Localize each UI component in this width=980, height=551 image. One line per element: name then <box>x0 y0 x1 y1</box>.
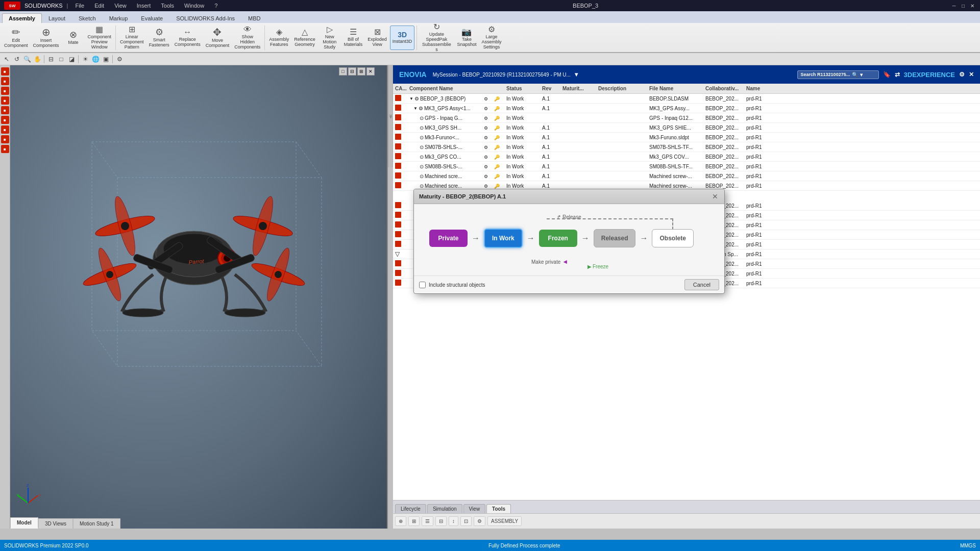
toolbar-light-icon[interactable]: ☀ <box>81 55 90 64</box>
smart-fasteners-button[interactable]: ⚙ SmartFasteners <box>147 26 172 50</box>
vp-icon-5[interactable]: ■ <box>1 106 9 114</box>
viewport-split-h-button[interactable]: ⊟ <box>348 67 356 76</box>
menu-file[interactable]: File <box>72 2 87 10</box>
tab-model[interactable]: Model <box>10 517 38 529</box>
list-row[interactable]: ⊙ Machined scre... ⚙ 🔑 In Work A.1 Machi… <box>393 171 980 181</box>
dexp-search-box[interactable]: Search R1132100275... 🔍 ▾ <box>797 70 879 79</box>
col-header-file[interactable]: File Name <box>647 85 703 92</box>
vp-icon-9[interactable]: ■ <box>1 145 9 153</box>
list-row[interactable]: ⊙ SM08B-SHLS-... ⚙ 🔑 In Work A.1 SM08B-S… <box>393 162 980 171</box>
state-released[interactable]: Released <box>594 229 636 247</box>
col-header-name2[interactable]: Name <box>744 85 780 92</box>
list-row[interactable]: ⊙ SM07B-SHLS-... ⚙ 🔑 In Work A.1 SM07B-S… <box>393 142 980 152</box>
tab-3dviews[interactable]: 3D Views <box>38 518 73 529</box>
toolbar-pointer-icon[interactable]: ↖ <box>2 55 11 64</box>
tab-assembly[interactable]: Assembly <box>2 13 42 23</box>
state-private[interactable]: Private <box>429 230 468 247</box>
expand-icon[interactable]: ▼ <box>413 106 418 111</box>
speedpak-button[interactable]: ↻ UpdateSpeedPakSubassemblies <box>419 26 454 50</box>
move-component-button[interactable]: ✥ MoveComponent <box>204 26 232 50</box>
tab-motion-study[interactable]: Motion Study 1 <box>73 518 120 529</box>
menu-edit[interactable]: Edit <box>91 2 107 10</box>
snapshot-button[interactable]: 📷 TakeSnapshot <box>455 26 478 50</box>
rp-tab-tools[interactable]: Tools <box>486 504 511 513</box>
rpanel-tool-4[interactable]: ⊟ <box>435 516 447 526</box>
cancel-button[interactable]: Cancel <box>684 279 719 290</box>
toolbar-display-icon[interactable]: ◪ <box>67 55 76 64</box>
tab-markup[interactable]: Markup <box>103 13 135 23</box>
close-button[interactable]: ✕ <box>969 2 976 9</box>
col-header-desc[interactable]: Description <box>596 85 647 92</box>
toolbar-view-icon[interactable]: □ <box>57 55 66 64</box>
rpanel-tool-3[interactable]: ☰ <box>422 516 433 526</box>
include-structural-checkbox[interactable] <box>419 282 426 288</box>
toolbar-section-icon[interactable]: ⊟ <box>46 55 56 64</box>
list-row[interactable]: ⊙ MK3_GPS SH... ⚙ 🔑 In Work A.1 MK3_GPS … <box>393 123 980 133</box>
viewport-expand-button[interactable]: □ <box>339 67 347 76</box>
insert-components-button[interactable]: ⊕ InsertComponents <box>31 26 61 50</box>
component-preview-button[interactable]: ▦ ComponentPreviewWindow <box>86 26 114 50</box>
rpanel-tool-8[interactable]: ASSEMBLY <box>487 516 522 526</box>
state-inwork[interactable]: In Work <box>484 229 523 248</box>
reference-geometry-button[interactable]: △ ReferenceGeometry <box>292 26 317 50</box>
rp-tab-simulation[interactable]: Simulation <box>427 504 462 513</box>
list-row[interactable]: ⊙ Mk3-Furuno<... ⚙ 🔑 In Work A.1 Mk3-Fur… <box>393 133 980 142</box>
tab-mbd[interactable]: MBD <box>241 13 267 23</box>
instant3d-button[interactable]: 3D Instant3D <box>390 26 415 50</box>
bookmark-icon[interactable]: 🔖 <box>883 71 891 78</box>
dexp-settings-icon[interactable]: ⚙ <box>959 71 965 78</box>
rpanel-tool-7[interactable]: ⚙ <box>474 516 485 526</box>
bill-of-materials-button[interactable]: ☰ Bill ofMaterials <box>342 26 365 50</box>
rp-tab-view[interactable]: View <box>463 504 486 513</box>
vp-icon-6[interactable]: ■ <box>1 116 9 124</box>
rpanel-tool-1[interactable]: ⊕ <box>395 516 406 526</box>
vp-icon-7[interactable]: ■ <box>1 126 9 134</box>
col-header-rev[interactable]: Rev <box>540 85 560 92</box>
menu-window[interactable]: Window <box>181 2 207 10</box>
toolbar-rotate-icon[interactable]: ↺ <box>12 55 21 64</box>
rp-tab-lifecycle[interactable]: Lifecycle <box>395 504 426 513</box>
vp-icon-2[interactable]: ■ <box>1 77 9 85</box>
maturity-close-button[interactable]: ✕ <box>711 192 719 201</box>
exploded-view-button[interactable]: ⊠ ExplodedView <box>365 26 389 50</box>
mate-button[interactable]: ⊗ Mate <box>62 26 85 50</box>
toolbar-settings-icon[interactable]: ⚙ <box>115 55 124 64</box>
col-header-ca[interactable]: CA... <box>393 85 407 92</box>
rpanel-tool-5[interactable]: ↕ <box>449 516 458 526</box>
menu-insert[interactable]: Insert <box>134 2 154 10</box>
tab-addins[interactable]: SOLIDWORKS Add-Ins <box>169 13 241 23</box>
menu-view[interactable]: View <box>111 2 130 10</box>
col-header-collab[interactable]: Collaborativ... <box>703 85 744 92</box>
vp-icon-4[interactable]: ■ <box>1 96 9 105</box>
replace-components-button[interactable]: ↔ ReplaceComponents <box>173 26 203 50</box>
toolbar-zoom-icon[interactable]: 🔍 <box>22 55 32 64</box>
col-header-mat[interactable]: Maturit... <box>560 85 596 92</box>
state-obsolete[interactable]: Obsolete <box>652 229 693 247</box>
state-frozen[interactable]: Frozen <box>539 230 577 247</box>
toolbar-bg-icon[interactable]: ▣ <box>101 55 110 64</box>
toolbar-pan-icon[interactable]: ✋ <box>33 55 42 64</box>
tab-sketch[interactable]: Sketch <box>72 13 103 23</box>
viewport-split-v-button[interactable]: ⊞ <box>357 67 365 76</box>
edit-component-button[interactable]: ✏ EditComponent <box>2 26 30 50</box>
menu-help[interactable]: ? <box>211 2 220 10</box>
viewport-close-button[interactable]: ✕ <box>366 67 375 76</box>
linear-pattern-button[interactable]: ⊞ LinearComponentPattern <box>118 26 146 50</box>
rpanel-tool-2[interactable]: ⊞ <box>408 516 420 526</box>
list-row[interactable]: ⊙ Mk3_GPS CO... ⚙ 🔑 In Work A.1 Mk3_GPS … <box>393 152 980 162</box>
assembly-features-button[interactable]: ◈ AssemblyFeatures <box>267 26 291 50</box>
arrows-icon[interactable]: ⇄ <box>895 71 900 78</box>
maximize-button[interactable]: □ <box>960 2 967 9</box>
viewport[interactable]: ■ ■ ■ ■ ■ ■ ■ ■ ■ <box>0 65 388 529</box>
vp-icon-1[interactable]: ■ <box>1 67 9 76</box>
expand-icon[interactable]: ▼ <box>409 96 413 101</box>
list-row[interactable]: ⊙ GPS - Inpaq G... ⚙ 🔑 In Work GPS - Inp… <box>393 113 980 123</box>
dexp-close-icon[interactable]: ✕ <box>969 71 974 78</box>
col-header-status[interactable]: Status <box>504 85 540 92</box>
menu-tools[interactable]: Tools <box>158 2 177 10</box>
motion-study-button[interactable]: ▷ NewMotionStudy <box>318 26 341 50</box>
toolbar-scene-icon[interactable]: 🌐 <box>91 55 100 64</box>
large-assembly-button[interactable]: ⚙ LargeAssemblySettings <box>479 26 503 50</box>
panel-collapse-handle[interactable]: ≫ <box>388 65 393 167</box>
rpanel-tool-6[interactable]: ⊡ <box>460 516 472 526</box>
